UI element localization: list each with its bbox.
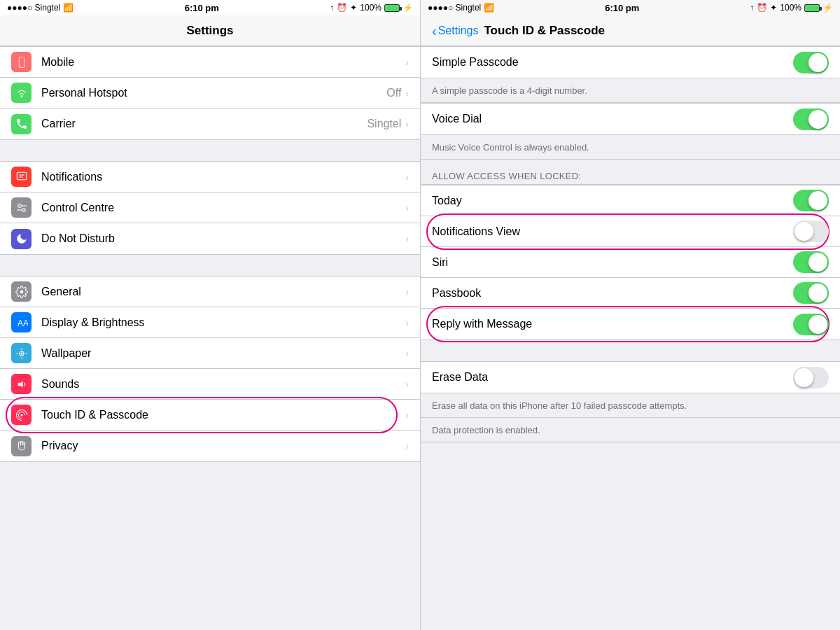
erase-data-note-text2: Data protection is enabled. <box>432 425 540 435</box>
wifi-icon: 📶 <box>63 3 74 13</box>
notifications-view-label: Notifications View <box>432 225 793 238</box>
cell-wallpaper[interactable]: Wallpaper › <box>0 338 420 369</box>
voice-dial-knob <box>808 110 827 129</box>
location-icon: ↑ <box>330 3 334 13</box>
cell-control[interactable]: Control Centre › <box>0 192 420 223</box>
left-settings-list: Mobile › Personal Hotspot Off › Carrier … <box>0 46 420 630</box>
cell-privacy[interactable]: Privacy › <box>0 430 420 461</box>
left-nav-title: Settings <box>186 24 233 38</box>
simple-passcode-knob <box>808 53 827 72</box>
passbook-label: Passbook <box>432 287 793 300</box>
mobile-icon-bg <box>11 52 31 72</box>
display-chevron: › <box>405 317 409 328</box>
charging-icon: ⚡ <box>402 3 413 13</box>
cell-siri[interactable]: Siri <box>421 247 840 278</box>
cell-mobile[interactable]: Mobile › <box>0 47 420 78</box>
cell-display[interactable]: AA Display & Brightness › <box>0 307 420 338</box>
control-icon <box>15 202 28 214</box>
cell-dnd[interactable]: Do Not Disturb › <box>0 223 420 254</box>
svg-point-6 <box>18 204 21 207</box>
simple-passcode-note-text: A simple passcode is a 4-digit number. <box>432 85 587 96</box>
mobile-chevron: › <box>405 57 409 68</box>
erase-data-knob <box>794 368 813 387</box>
right-separator <box>421 340 840 361</box>
cell-notifications[interactable]: Notifications › <box>0 162 420 192</box>
simple-passcode-note: A simple passcode is a 4-digit number. <box>421 78 840 103</box>
cell-reply-message[interactable]: Reply with Message <box>421 309 840 340</box>
gear-icon <box>15 286 28 298</box>
left-nav-bar: Settings <box>0 15 420 46</box>
svg-point-7 <box>22 208 25 211</box>
carrier-icon-bg <box>11 114 31 134</box>
left-panel: ●●●●○ Singtel 📶 6:10 pm ↑ ⏰ ✦ 100% ⚡ Set… <box>0 0 420 630</box>
cell-notifications-view[interactable]: Notifications View <box>421 216 840 247</box>
section-2: Notifications › Control Centre › Do Not … <box>0 161 420 255</box>
back-label[interactable]: Settings <box>438 24 479 37</box>
allow-access-header-text: ALLOW ACCESS WHEN LOCKED: <box>432 171 581 181</box>
dnd-chevron: › <box>405 233 409 244</box>
erase-data-label: Erase Data <box>432 371 793 384</box>
hotspot-label: Personal Hotspot <box>41 87 386 99</box>
siri-knob <box>808 253 827 272</box>
right-charging-icon: ⚡ <box>822 3 833 13</box>
right-status-right: ↑ ⏰ ✦ 100% ⚡ <box>750 3 833 13</box>
erase-data-toggle[interactable] <box>793 367 829 388</box>
right-battery-icon <box>804 4 820 12</box>
right-time: 6:10 pm <box>605 3 639 13</box>
right-settings-list: Simple Passcode A simple passcode is a 4… <box>421 46 840 630</box>
svg-rect-0 <box>19 57 24 67</box>
erase-data-group: Erase Data <box>421 361 840 393</box>
right-nav-title: Touch ID & Passcode <box>484 24 605 38</box>
right-wifi-icon: 📶 <box>484 3 494 13</box>
simple-passcode-toggle[interactable] <box>793 52 829 74</box>
bluetooth-icon: ✦ <box>350 3 357 13</box>
right-status-bar: ●●●●○ Singtel 📶 6:10 pm ↑ ⏰ ✦ 100% ⚡ <box>421 0 840 15</box>
notifications-view-toggle[interactable] <box>793 220 829 242</box>
reply-message-toggle[interactable] <box>793 314 829 335</box>
cell-carrier[interactable]: Carrier Singtel › <box>0 108 420 139</box>
cell-voice-dial[interactable]: Voice Dial <box>421 104 840 134</box>
cell-touchid[interactable]: Touch ID & Passcode › <box>0 400 420 430</box>
hotspot-value: Off <box>386 87 401 99</box>
siri-toggle[interactable] <box>793 251 829 273</box>
reply-message-label: Reply with Message <box>432 318 793 330</box>
cell-passbook[interactable]: Passbook <box>421 278 840 309</box>
right-carrier-signal: ●●●●○ Singtel <box>428 3 481 13</box>
allow-access-header: ALLOW ACCESS WHEN LOCKED: <box>421 160 840 185</box>
touchid-label: Touch ID & Passcode <box>41 409 405 421</box>
battery-icon <box>384 4 400 12</box>
right-location-icon: ↑ <box>750 3 754 13</box>
passbook-toggle[interactable] <box>793 282 829 304</box>
cell-today[interactable]: Today <box>421 186 840 216</box>
cell-simple-passcode[interactable]: Simple Passcode <box>421 47 840 78</box>
wallpaper-chevron: › <box>405 348 409 359</box>
right-nav-bar: ‹ Settings Touch ID & Passcode <box>421 15 840 46</box>
carrier-phone-icon <box>15 118 28 130</box>
dnd-label: Do Not Disturb <box>41 232 405 245</box>
cell-sounds[interactable]: Sounds › <box>0 369 420 400</box>
separator-1 <box>0 140 420 161</box>
cell-hotspot[interactable]: Personal Hotspot Off › <box>0 78 420 108</box>
wallpaper-icon <box>15 347 28 360</box>
sounds-label: Sounds <box>41 378 405 391</box>
display-label: Display & Brightness <box>41 316 405 329</box>
left-time: 6:10 pm <box>185 3 219 13</box>
voice-dial-toggle[interactable] <box>793 108 829 130</box>
privacy-icon-bg <box>11 436 31 456</box>
notifications-icon <box>15 171 28 183</box>
cell-erase-data[interactable]: Erase Data <box>421 362 840 393</box>
wallpaper-label: Wallpaper <box>41 347 405 360</box>
privacy-chevron: › <box>405 440 409 451</box>
siri-label: Siri <box>432 256 793 269</box>
svg-rect-17 <box>18 382 20 386</box>
general-icon-bg <box>11 281 31 302</box>
reply-message-knob <box>808 315 827 334</box>
erase-data-note2: Data protection is enabled. <box>421 418 840 442</box>
separator-3 <box>0 462 420 483</box>
back-button[interactable]: ‹ Settings <box>432 24 478 38</box>
erase-data-note: Erase all data on this iPhone after 10 f… <box>421 393 840 418</box>
cell-general[interactable]: General › <box>0 276 420 307</box>
alarm-icon: ⏰ <box>337 3 347 13</box>
separator-2 <box>0 255 420 276</box>
today-toggle[interactable] <box>793 190 829 211</box>
